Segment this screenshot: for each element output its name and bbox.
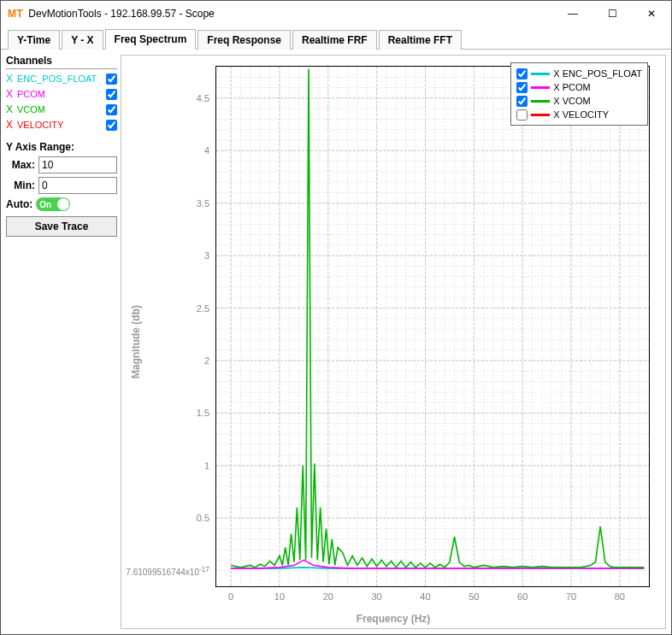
channel-name: ENC_POS_FLOAT (17, 73, 103, 84)
x-tick-label: 50 (469, 591, 479, 602)
legend-row: X VELOCITY (516, 108, 642, 121)
auto-toggle[interactable]: On (36, 197, 70, 211)
plot-region[interactable]: 010203040506070800.511.522.533.544.57.61… (215, 66, 650, 587)
channel-checkbox[interactable] (106, 73, 117, 85)
tab-freq-spectrum[interactable]: Freq Spectrum (105, 29, 197, 50)
tab-y-x[interactable]: Y - X (62, 30, 103, 50)
channels-heading: Channels (6, 55, 117, 69)
legend-swatch (531, 86, 550, 89)
legend-checkbox[interactable] (516, 68, 528, 79)
y-tick-label: 2 (204, 356, 209, 366)
x-tick-label: 70 (566, 591, 576, 602)
close-button[interactable]: ✕ (632, 1, 671, 26)
legend-label: X PCOM (553, 82, 590, 92)
channel-name: VCOM (17, 104, 103, 115)
y-axis-label: Magnitude (db) (130, 305, 142, 379)
minimize-button[interactable]: — (553, 1, 592, 26)
y-tick-label: 2.5 (197, 303, 209, 314)
y-tick-label: 4 (204, 145, 209, 156)
legend-swatch (531, 100, 550, 103)
channel-row: XVCOM (6, 102, 117, 117)
legend: X ENC_POS_FLOATX PCOMX VCOMX VELOCITY (510, 62, 648, 126)
legend-label: X VCOM (553, 96, 590, 106)
channel-name: PCOM (17, 89, 103, 99)
toggle-knob (57, 198, 69, 210)
channel-axis: X (6, 103, 15, 115)
y-tick-label: 3 (204, 250, 209, 261)
x-tick-label: 40 (420, 591, 430, 602)
app-window: MT DevMotionTools - 192.168.99.57 - Scop… (0, 0, 672, 635)
channel-name: VELOCITY (17, 120, 103, 130)
x-tick-label: 0 (228, 591, 233, 602)
window-title: DevMotionTools - 192.168.99.57 - Scope (28, 8, 553, 20)
content-area: Channels XENC_POS_FLOATXPCOMXVCOMXVELOCI… (1, 50, 671, 634)
min-input[interactable] (38, 177, 117, 194)
x-axis-label: Frequency (Hz) (357, 613, 431, 625)
min-label: Min: (6, 179, 35, 191)
y-tick-label: 4.5 (197, 93, 209, 103)
x-tick-label: 10 (274, 591, 285, 602)
y-tick-label: 1.5 (197, 408, 209, 418)
x-tick-label: 30 (371, 591, 381, 602)
legend-label: X VELOCITY (553, 109, 609, 120)
tab-bar: Y-TimeY - XFreq SpectrumFreq ResponseRea… (1, 26, 671, 50)
max-label: Max: (6, 159, 35, 171)
y-tick-zero-label: 7.61099516744x10-17 (126, 564, 209, 576)
tab-realtime-frf[interactable]: Realtime FRF (292, 30, 377, 50)
channel-row: XPCOM (6, 86, 117, 102)
channel-row: XVELOCITY (6, 117, 117, 132)
channel-checkbox[interactable] (106, 89, 117, 100)
y-tick-label: 0.5 (197, 513, 209, 523)
tab-freq-response[interactable]: Freq Response (197, 30, 291, 50)
tab-y-time[interactable]: Y-Time (8, 30, 60, 50)
window-controls: — ☐ ✕ (553, 1, 671, 26)
channel-list: XENC_POS_FLOATXPCOMXVCOMXVELOCITY (6, 71, 117, 132)
x-tick-label: 60 (517, 591, 528, 602)
titlebar: MT DevMotionTools - 192.168.99.57 - Scop… (1, 1, 671, 26)
channel-row: XENC_POS_FLOAT (6, 71, 117, 86)
tab-realtime-fft[interactable]: Realtime FFT (379, 30, 462, 50)
maximize-button[interactable]: ☐ (592, 1, 632, 26)
legend-label: X ENC_POS_FLOAT (553, 68, 642, 79)
legend-swatch (531, 114, 550, 116)
legend-row: X ENC_POS_FLOAT (516, 67, 642, 80)
auto-toggle-state: On (39, 200, 51, 209)
y-tick-label: 3.5 (197, 198, 209, 209)
y-tick-label: 1 (204, 461, 209, 471)
chart-area: Magnitude (db) Frequency (Hz) 0102030405… (121, 55, 666, 629)
channel-axis: X (6, 73, 15, 85)
legend-swatch (531, 73, 550, 75)
channel-checkbox[interactable] (106, 120, 117, 131)
x-tick-label: 80 (615, 591, 625, 602)
sidebar: Channels XENC_POS_FLOATXPCOMXVCOMXVELOCI… (6, 55, 117, 629)
legend-row: X VCOM (516, 94, 642, 108)
channel-axis: X (6, 119, 15, 131)
legend-row: X PCOM (516, 80, 642, 94)
app-icon: MT (8, 8, 23, 20)
x-tick-label: 20 (323, 591, 333, 602)
channel-axis: X (6, 88, 15, 100)
max-input[interactable] (38, 156, 117, 173)
save-trace-button[interactable]: Save Trace (6, 216, 117, 237)
channel-checkbox[interactable] (106, 104, 117, 115)
legend-checkbox[interactable] (516, 96, 528, 107)
yrange-heading: Y Axis Range: (6, 141, 117, 153)
legend-checkbox[interactable] (516, 109, 528, 121)
legend-checkbox[interactable] (516, 82, 528, 93)
auto-label: Auto: (6, 198, 32, 210)
